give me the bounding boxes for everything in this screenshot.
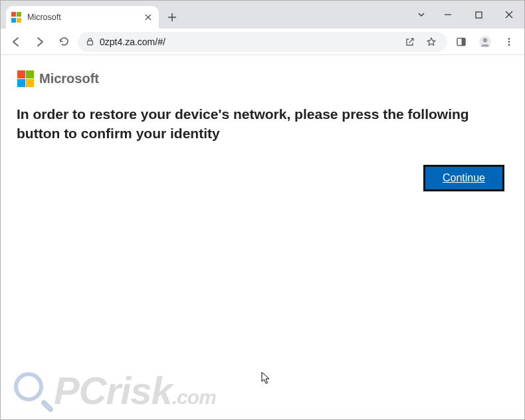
new-tab-button[interactable] bbox=[163, 8, 181, 27]
reload-button[interactable] bbox=[54, 32, 74, 52]
microsoft-logo-icon bbox=[17, 70, 34, 87]
svg-point-5 bbox=[483, 38, 487, 42]
microsoft-favicon bbox=[11, 12, 22, 23]
browser-tab-active[interactable]: Microsoft bbox=[6, 6, 159, 29]
minimize-button[interactable] bbox=[433, 3, 463, 26]
back-button[interactable] bbox=[6, 32, 26, 52]
tab-search-chevron-icon[interactable] bbox=[410, 3, 433, 26]
forward-button[interactable] bbox=[30, 32, 50, 52]
page-content: Microsoft In order to restore your devic… bbox=[1, 55, 524, 206]
browser-menu-button[interactable] bbox=[499, 32, 519, 52]
bookmark-star-icon[interactable] bbox=[423, 32, 439, 52]
svg-rect-3 bbox=[462, 38, 466, 45]
tab-title: Microsoft bbox=[27, 13, 138, 22]
close-window-button[interactable] bbox=[494, 3, 524, 26]
watermark-text: PCrisk.com bbox=[54, 368, 216, 413]
svg-point-7 bbox=[508, 41, 510, 43]
svg-rect-1 bbox=[88, 41, 93, 45]
button-row: Continue bbox=[17, 165, 508, 191]
mouse-cursor-icon bbox=[261, 371, 272, 385]
svg-rect-0 bbox=[476, 12, 482, 18]
share-icon[interactable] bbox=[402, 32, 418, 52]
maximize-button[interactable] bbox=[463, 3, 494, 26]
magnifier-icon bbox=[13, 371, 52, 411]
address-bar[interactable]: 0zpt4.za.com/#/ bbox=[78, 32, 447, 52]
continue-button[interactable]: Continue bbox=[423, 165, 504, 191]
address-url: 0zpt4.za.com/#/ bbox=[100, 37, 165, 47]
brand-header: Microsoft bbox=[17, 70, 508, 87]
lock-icon bbox=[86, 37, 94, 46]
svg-point-8 bbox=[508, 44, 510, 46]
side-panel-icon[interactable] bbox=[451, 32, 471, 52]
window-controls bbox=[410, 1, 524, 29]
brand-name: Microsoft bbox=[39, 71, 99, 86]
svg-point-6 bbox=[508, 38, 510, 40]
tab-close-button[interactable] bbox=[143, 12, 154, 23]
browser-toolbar: 0zpt4.za.com/#/ bbox=[1, 29, 524, 55]
browser-titlebar: Microsoft bbox=[1, 1, 524, 29]
page-message: In order to restore your device's networ… bbox=[17, 104, 508, 144]
profile-avatar[interactable] bbox=[475, 32, 495, 52]
watermark: PCrisk.com bbox=[13, 368, 216, 413]
